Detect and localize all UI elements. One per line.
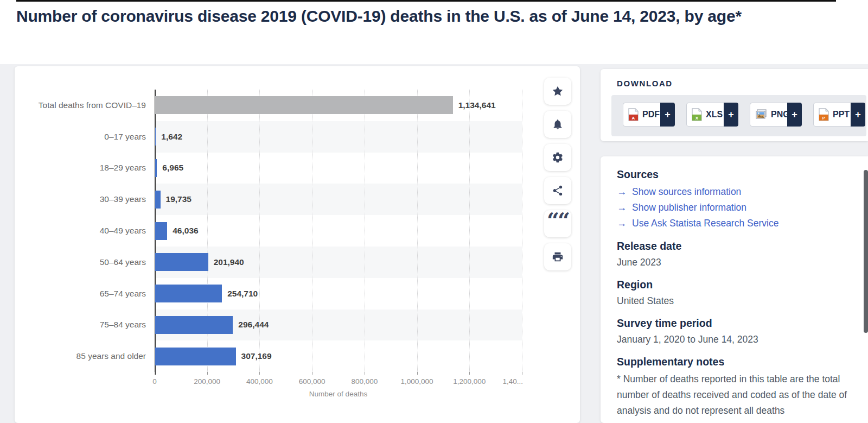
favorite-button[interactable] [544,78,571,105]
info-panel: Sources → Show sources information → Sho… [601,156,868,423]
gridline [365,90,365,372]
show-sources-link[interactable]: → Show sources information [617,184,846,200]
link-label: Use Ask Statista Research Service [632,218,778,229]
svg-text:P: P [822,116,826,121]
svg-text:A: A [632,116,635,121]
svg-text:X: X [695,116,699,121]
release-date-value: June 2023 [617,256,846,269]
x-tick-mark [522,372,522,375]
x-axis-title: Number of deaths [155,390,522,398]
gridline [312,90,312,372]
category-label: 85 years and older [15,340,146,372]
arrow-right-icon: → [617,202,627,213]
settings-button[interactable] [544,144,571,171]
x-tick-mark [207,372,208,375]
show-publisher-link[interactable]: → Show publisher information [617,200,846,216]
download-panel: DOWNLOAD A PDF + X XLS + PNG + P [601,69,868,141]
survey-period-value: January 1, 2020 to June 14, 2023 [617,333,846,346]
value-label: 1,642 [161,121,182,153]
plus-icon[interactable]: + [724,103,738,127]
bar[interactable] [155,159,157,177]
download-png-button[interactable]: PNG + [750,103,802,127]
x-tick-label: 1,000,000 [401,377,433,386]
chart-area: Total deaths from COVID–191,134,6410–17 … [15,66,580,423]
download-ppt-button[interactable]: P PPT + [813,103,865,127]
bar[interactable] [155,191,161,209]
plus-icon[interactable]: + [851,103,865,127]
bar[interactable] [155,128,156,146]
ask-statista-link[interactable]: → Use Ask Statista Research Service [617,216,846,231]
category-label: 18–29 years [15,153,146,184]
download-xls-button[interactable]: X XLS + [686,103,738,127]
bar[interactable] [155,348,236,365]
bar[interactable] [155,96,453,114]
arrow-right-icon: → [617,186,627,198]
cite-button[interactable]: ““ [544,210,571,237]
row-stripe [155,247,522,278]
supplementary-notes-text: * Number of deaths reported in this tabl… [617,371,850,419]
printer-icon [552,251,564,263]
download-button-label: PPT [833,110,850,119]
x-tick-label: 200,000 [194,377,220,386]
region-value: United States [617,294,846,307]
region-heading: Region [617,279,846,291]
bar[interactable] [155,285,222,302]
x-tick-label: 400,000 [246,377,273,386]
sources-heading: Sources [617,168,846,181]
bar[interactable] [155,253,208,271]
x-tick-mark [312,372,312,375]
category-label: Total deaths from COVID–19 [15,90,146,121]
print-button[interactable] [544,243,571,270]
x-tick-mark [259,372,260,375]
share-icon [552,185,564,197]
x-tick-mark [469,372,470,375]
x-tick-label: 1,200,000 [453,377,486,386]
download-pdf-button[interactable]: A PDF + [623,103,675,127]
top-border-line [16,0,836,2]
value-label: 6,965 [162,153,183,184]
download-button-label: XLS [706,110,723,119]
bar[interactable] [155,316,233,334]
category-label: 65–74 years [15,278,146,310]
bar[interactable] [155,222,167,240]
value-label: 254,710 [227,278,258,310]
gridline [417,90,418,372]
link-label: Show publisher information [632,202,746,213]
value-label: 19,735 [166,184,192,215]
page-title: Number of coronavirus disease 2019 (COVI… [16,3,853,30]
arrow-right-icon: → [617,218,627,229]
category-label: 0–17 years [15,121,146,153]
x-tick-label: 800,000 [351,377,378,386]
value-label: 296,444 [238,310,269,341]
download-heading: DOWNLOAD [617,79,673,88]
plus-icon[interactable]: + [660,103,675,127]
bell-icon [552,118,564,130]
x-tick-label: 0 [152,377,157,386]
x-tick-label: 1,40... [502,377,523,386]
row-stripe [155,121,522,153]
release-date-heading: Release date [617,240,846,252]
category-label: 75–84 years [15,310,146,341]
scrollbar-thumb[interactable] [864,170,868,333]
value-label: 201,940 [214,247,244,278]
share-button[interactable] [544,177,571,204]
ppt-file-icon: P [819,108,829,121]
category-label: 40–49 years [15,215,146,247]
value-label: 46,036 [173,215,198,247]
alerts-button[interactable] [544,111,571,138]
x-tick-label: 600,000 [299,377,326,386]
x-tick-mark [155,372,155,375]
plus-icon[interactable]: + [787,103,802,127]
supplementary-notes-heading: Supplementary notes [617,356,846,368]
value-label: 1,134,641 [458,90,496,121]
row-stripe [155,184,522,215]
category-label: 30–39 years [15,184,146,215]
sources-links: → Show sources information → Show publis… [617,184,846,231]
x-tick-mark [365,372,365,375]
link-label: Show sources information [632,186,741,198]
chart-toolbar: ““ [544,78,571,276]
pdf-file-icon: A [628,108,639,121]
png-file-icon [755,109,767,121]
download-band: A PDF + X XLS + PNG + P PPT + [611,95,866,136]
xls-file-icon: X [692,108,702,121]
